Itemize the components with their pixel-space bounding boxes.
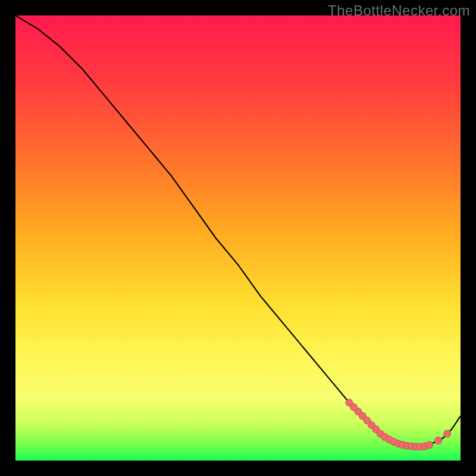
chart-frame: TheBottleNecker.com bbox=[0, 0, 476, 476]
plot-area bbox=[15, 15, 461, 461]
curve-marker bbox=[444, 430, 451, 437]
bottleneck-curve bbox=[15, 15, 461, 447]
chart-svg bbox=[15, 15, 461, 461]
curve-marker bbox=[435, 437, 442, 444]
curve-marker bbox=[426, 441, 433, 449]
